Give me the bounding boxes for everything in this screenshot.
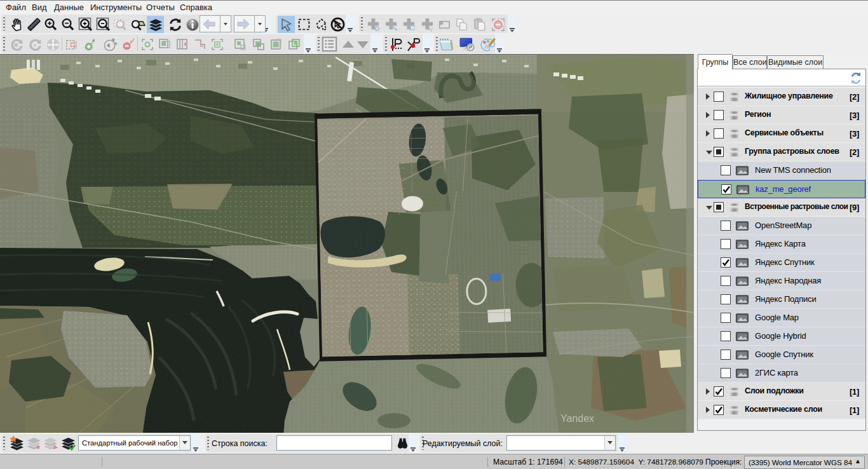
- svg-text:Yandex: Yandex: [560, 413, 594, 424]
